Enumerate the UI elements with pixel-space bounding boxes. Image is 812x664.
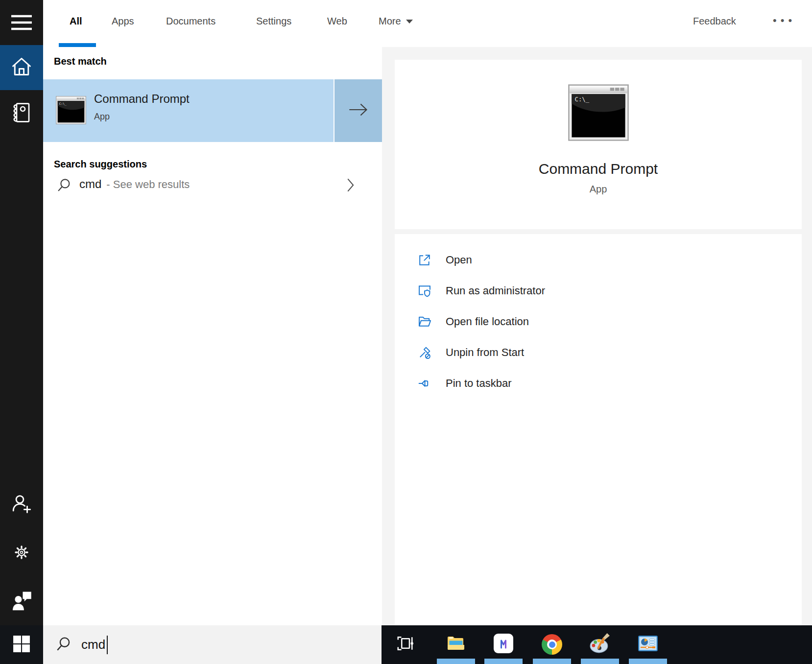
paint-palette-icon [589, 632, 611, 657]
overflow-menu-icon[interactable]: ••• [773, 14, 796, 27]
suggestion-text: cmd- See web results [79, 177, 190, 191]
chrome-icon [542, 634, 562, 655]
header: All Apps Documents Settings Web More Fee… [43, 0, 812, 47]
folder-icon [417, 314, 432, 330]
paint-button[interactable] [589, 634, 611, 655]
hamburger-icon [10, 14, 33, 33]
tab-web[interactable]: Web [327, 16, 347, 27]
chrome-button[interactable] [541, 634, 563, 655]
taskbar [382, 625, 812, 664]
text-caret [107, 636, 108, 654]
feedback-link[interactable]: Feedback [693, 16, 736, 27]
tab-apps[interactable]: Apps [112, 16, 134, 27]
sidebar [0, 0, 43, 664]
preview-card: Command Prompt App [395, 60, 802, 229]
tab-more-label: More [379, 16, 401, 26]
action-open[interactable]: Open [395, 244, 802, 275]
running-indicator [437, 659, 475, 664]
action-label: Open file location [446, 315, 529, 328]
command-prompt-icon-large [568, 84, 629, 143]
add-user-icon [10, 492, 33, 517]
sidebar-item-add-account[interactable] [0, 483, 43, 526]
action-label: Pin to taskbar [446, 377, 512, 390]
system-monitor-button[interactable] [637, 634, 659, 655]
system-monitor-icon [637, 633, 659, 656]
person-speech-bubble-icon [10, 590, 33, 613]
action-label: Run as administrator [446, 285, 545, 297]
unpin-icon [417, 345, 432, 360]
task-view-button[interactable] [394, 634, 416, 655]
running-indicator [533, 659, 571, 664]
suggestion-hint: - See web results [106, 178, 190, 190]
m-app-icon [493, 633, 514, 656]
arrow-right-icon [348, 101, 369, 120]
best-match-result-command-prompt[interactable]: Command Prompt App [43, 79, 382, 142]
expand-result-button[interactable] [334, 79, 382, 142]
suggestion-query: cmd [79, 177, 101, 190]
running-indicator [581, 659, 619, 664]
m-app-button[interactable] [493, 634, 514, 655]
windows-logo-icon [13, 635, 30, 655]
result-subtitle: App [94, 112, 192, 122]
search-icon [57, 178, 72, 194]
preview-panel: Command Prompt App Open Run [382, 47, 812, 625]
windows-search-flyout: C:\_ All Apps Documents Settings Web Mor… [0, 0, 812, 664]
action-open-file-location[interactable]: Open file location [395, 306, 802, 337]
search-icon [56, 636, 72, 654]
suggestion-row-cmd[interactable]: cmd- See web results [43, 170, 382, 200]
tab-settings[interactable]: Settings [256, 16, 291, 27]
search-input[interactable]: cmd [43, 625, 382, 664]
tab-more[interactable]: More [379, 16, 413, 27]
preview-subtitle: App [590, 184, 607, 195]
action-unpin-from-start[interactable]: Unpin from Start [395, 337, 802, 368]
sidebar-item-settings[interactable] [0, 532, 43, 575]
sidebar-item-home[interactable] [0, 45, 43, 90]
search-suggestions-heading: Search suggestions [54, 159, 147, 170]
file-explorer-icon [445, 633, 467, 656]
chevron-down-icon [406, 20, 413, 24]
command-prompt-icon [56, 96, 86, 126]
chevron-right-icon[interactable] [347, 178, 355, 194]
sidebar-item-feedback[interactable] [0, 580, 43, 623]
hamburger-menu-button[interactable] [0, 2, 43, 45]
running-indicator [484, 659, 523, 664]
actions-card: Open Run as administrator Open file l [395, 234, 802, 625]
best-match-heading: Best match [54, 56, 107, 67]
home-icon [10, 56, 33, 79]
tab-documents[interactable]: Documents [166, 16, 215, 27]
action-run-as-administrator[interactable]: Run as administrator [395, 275, 802, 306]
start-button[interactable] [0, 625, 43, 664]
result-title: Command Prompt [94, 92, 290, 106]
sidebar-item-journal[interactable] [0, 92, 43, 135]
file-explorer-button[interactable] [445, 634, 467, 655]
journal-icon [12, 102, 31, 125]
tab-all[interactable]: All [70, 16, 82, 27]
shield-window-icon [417, 283, 432, 299]
search-results-panel: Best match Command Prompt App Search sug… [43, 47, 382, 625]
pin-icon [417, 376, 432, 391]
action-label: Unpin from Start [446, 346, 524, 359]
action-label: Open [446, 254, 472, 266]
running-indicator [629, 659, 667, 664]
search-input-value: cmd [81, 637, 105, 652]
active-tab-underline [59, 43, 96, 47]
action-pin-to-taskbar[interactable]: Pin to taskbar [395, 368, 802, 399]
gear-icon [10, 541, 33, 566]
task-view-icon [395, 633, 415, 656]
open-launch-icon [417, 252, 432, 268]
preview-title: Command Prompt [539, 161, 658, 177]
